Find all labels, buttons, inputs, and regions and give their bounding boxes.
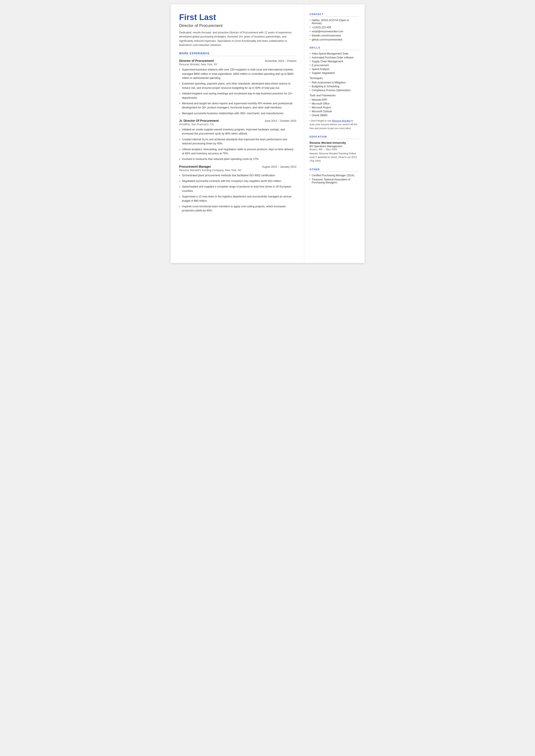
other-item-0: Certified Purchasing Manager (2014). (310, 174, 359, 177)
tool-2: Microsoft Project (310, 106, 359, 109)
tools-label: Tools and Frameworks: (310, 94, 359, 97)
technique-0: Risk Assessment & Mitigation (310, 81, 359, 84)
job-bullets-1: Initiated an onsite supplier-owned inven… (179, 127, 296, 161)
sidebar-column: CONTACT Halifax, NOVA SCOTIA (Open to Re… (304, 4, 365, 263)
education-degree: BS Operations Management (310, 145, 359, 148)
skill-1: Automated Purchase Order software (310, 56, 359, 59)
education-school: Resume Worded University (310, 141, 359, 144)
other-section: OTHER Certified Purchasing Manager (2014… (310, 168, 359, 184)
job-company-0: Resume Worded, New York, NY (179, 63, 296, 66)
bullet-1-0: Initiated an onsite supplier-owned inven… (179, 127, 296, 136)
bullet-1-2: Utilized analytics, forecasting, and neg… (179, 147, 296, 156)
summary-text: Dedicated, results-focused, and proactiv… (179, 31, 296, 47)
job-bullets-2: Orchestrated plant procurement methods t… (179, 174, 296, 213)
contact-section-title: CONTACT (310, 13, 359, 16)
bullet-1-1: Created internal SLAs and achieved stand… (179, 137, 296, 146)
bullet-2-4: Inspired cross-functional team members t… (179, 205, 296, 213)
job-title-1: Jr. Director Of Procurement (179, 119, 219, 123)
job-title-header: Director of Procurement (179, 23, 296, 28)
job-company-2: Resume Worded's Exciting Company, New Yo… (179, 169, 296, 172)
skills-main-list: Ariba Spend Management Suite Automated P… (310, 52, 359, 74)
bullet-0-4: Managed successful business relationship… (179, 111, 296, 116)
job-dates-1: June 2013 – October 2015 (265, 119, 296, 123)
techniques-list: Risk Assessment & Mitigation Budgeting &… (310, 81, 359, 92)
education-awards: Awards: Resume Worded Teaching Fellow (o… (310, 152, 359, 163)
other-list: Certified Purchasing Manager (2014). Tre… (310, 174, 359, 184)
bullet-1-3: Involved in measures that reduced plant … (179, 157, 296, 161)
bullet-2-2: Spearheaded and supplied a complete rang… (179, 185, 296, 193)
skill-5: Supplier Negotiation (310, 71, 359, 74)
contact-section: CONTACT Halifax, NOVA SCOTIA (Open to Re… (310, 13, 359, 41)
job-header-2: Procurement Manager August 2010 – Januar… (179, 165, 296, 168)
resume-container: First Last Director of Procurement Dedic… (171, 4, 365, 263)
technique-2: Compliance Process Optimization (310, 89, 359, 92)
job-header-1: Jr. Director Of Procurement June 2013 – … (179, 119, 296, 123)
job-header-0: Director of Procurement November 2015 – … (179, 59, 296, 63)
tool-0: Netsuite ERP (310, 98, 359, 101)
skill-0: Ariba Spend Management Suite (310, 52, 359, 55)
tool-4: Oracle DBMS (310, 114, 359, 117)
contact-list: Halifax, NOVA SCOTIA (Open to Remote) +1… (310, 19, 359, 41)
education-date: Boston, MA — May 2009 (310, 148, 359, 151)
skill-3: E-procurement (310, 64, 359, 67)
skills-section-title: SKILLS (310, 46, 359, 50)
job-title-0: Director of Procurement (179, 59, 214, 63)
job-bullets-0: Supervised business relations with over … (179, 68, 296, 116)
bullet-0-0: Supervised business relations with over … (179, 68, 296, 80)
job-company-1: Growthsi, San Francisco, CA (179, 123, 296, 126)
other-section-title: OTHER (310, 168, 359, 172)
resume-worded-note: • Don't forget to use Resume Worded to s… (310, 119, 359, 130)
job-block-1: Jr. Director Of Procurement June 2013 – … (179, 119, 296, 161)
contact-item-1: +1(432)-222-458 (310, 26, 359, 29)
tool-1: Microsoft Office (310, 102, 359, 105)
bullet-0-3: Mentored and taught ten direct reports a… (179, 101, 296, 110)
contact-item-4: github.com/resumeworded (310, 38, 359, 41)
bullet-0-1: Examined spending, payment plans, and ot… (179, 82, 296, 90)
contact-item-0: Halifax, NOVA SCOTIA (Open to Remote) (310, 19, 359, 25)
contact-item-2: email@resumeworded.com (310, 30, 359, 33)
technique-1: Budgeting & Scheduling (310, 85, 359, 88)
skill-4: Spend Analysis (310, 68, 359, 71)
job-dates-2: August 2010 – January 2013 (262, 165, 296, 168)
resume-worded-link[interactable]: Resume Worded (332, 119, 351, 122)
work-experience-section-title: WORK EXPERIENCE (179, 52, 296, 56)
techniques-label: Techniques: (310, 77, 359, 80)
main-column: First Last Director of Procurement Dedic… (171, 4, 304, 263)
skills-section: SKILLS Ariba Spend Management Suite Auto… (310, 46, 359, 130)
job-block-0: Director of Procurement November 2015 – … (179, 59, 296, 116)
job-dates-0: November 2015 – Present (265, 60, 296, 63)
contact-item-3: linkedin.com/in/username (310, 34, 359, 37)
education-section: EDUCATION Resume Worded University BS Op… (310, 135, 359, 163)
bullet-2-3: Supervised a 12-man team in the logistic… (179, 195, 296, 203)
job-block-2: Procurement Manager August 2010 – Januar… (179, 165, 296, 213)
bullet-2-0: Orchestrated plant procurement methods t… (179, 174, 296, 178)
education-section-title: EDUCATION (310, 135, 359, 139)
bullet-2-1: Negotiated successful contracts with the… (179, 179, 296, 183)
job-title-2: Procurement Manager (179, 165, 211, 168)
name-title-block: First Last Director of Procurement Dedic… (179, 13, 296, 47)
full-name: First Last (179, 13, 296, 22)
bullet-0-2: Initiated targeted cost-saving meetings … (179, 92, 296, 100)
tools-list: Netsuite ERP Microsoft Office Microsoft … (310, 98, 359, 117)
other-item-1: Treasurer, National Association of Purch… (310, 178, 359, 184)
tool-3: Microsoft Outlook (310, 110, 359, 113)
skill-2: Supply Chain Management (310, 60, 359, 63)
